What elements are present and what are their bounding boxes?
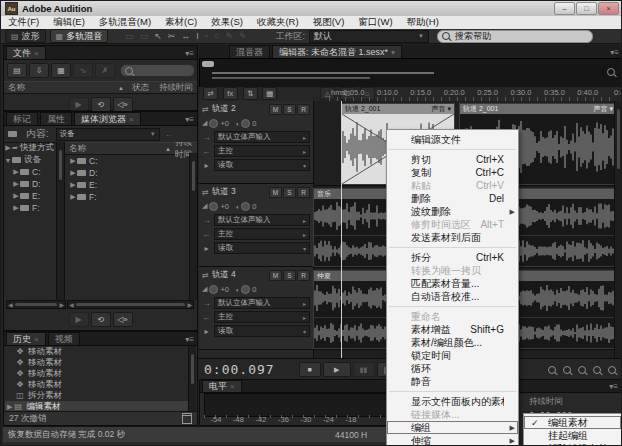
drive-filter-icon[interactable] — [8, 131, 17, 137]
history-item[interactable]: ✥移动素材 — [5, 379, 189, 390]
new-content-button[interactable]: ▦ — [51, 63, 71, 78]
close-tab-icon[interactable]: × — [129, 115, 134, 124]
list-drive-F[interactable]: ▶F: — [65, 191, 197, 203]
history-item[interactable]: ✥移动素材 — [5, 368, 189, 379]
menu-item-19[interactable]: 循环 — [387, 362, 518, 375]
files-search-input[interactable] — [120, 64, 195, 77]
maximize-button[interactable]: □ — [576, 2, 597, 15]
back-icon[interactable]: ← — [165, 130, 173, 139]
menu-item-4[interactable]: 效果(S) — [204, 16, 250, 29]
zoom-to-selection-icon[interactable] — [563, 366, 571, 374]
history-scrollbar[interactable] — [188, 346, 196, 411]
record-arm-button[interactable]: R — [297, 104, 310, 115]
tree-drive-E[interactable]: ▶E: — [4, 190, 64, 202]
waveform-view-button[interactable]: ▤ 波形 — [5, 29, 46, 43]
play-button[interactable]: ▶ — [323, 362, 351, 377]
panel-menu-icon[interactable]: ▾≡ — [609, 382, 618, 391]
zoom-out-horizontal-icon[interactable] — [593, 366, 601, 374]
lasso-tool-icon[interactable]: ○ — [214, 31, 219, 41]
menu-item-3[interactable]: 复制Ctrl+C — [387, 166, 518, 179]
automation-icon[interactable]: ⇅ — [243, 87, 258, 100]
menu-item-20[interactable]: 静音 — [387, 375, 518, 388]
history-item[interactable]: ◫拆分素材 — [5, 390, 189, 401]
playhead[interactable] — [341, 101, 342, 358]
tab-properties[interactable]: 属性 — [40, 112, 72, 125]
automation-select[interactable]: 读取▾ — [214, 242, 310, 254]
pan-knob[interactable] — [241, 202, 250, 211]
solo-button[interactable]: S — [283, 187, 296, 198]
history-item[interactable]: ✥移动素材 — [5, 357, 189, 368]
slip-tool-icon[interactable]: ↔ — [181, 31, 190, 41]
import-file-button[interactable]: ⇩ — [29, 63, 49, 78]
preview-play-button[interactable]: ▶ — [69, 312, 89, 327]
razor-tool-icon[interactable]: ✂ — [168, 31, 176, 41]
sort-asc-icon[interactable]: ▲ — [118, 85, 124, 91]
paintbrush-tool-icon[interactable]: ✎ — [225, 31, 233, 41]
auto-play-speaker-button[interactable]: ◁» — [113, 312, 133, 327]
clip-header[interactable]: 轨道 2_001 声音 ▾ — [342, 104, 454, 114]
menu-item-6[interactable]: 波纹删除▶ — [387, 205, 518, 218]
tool-placeholder2-icon[interactable]: ▭ — [140, 31, 149, 41]
navigator-handle[interactable] — [202, 61, 214, 67]
output-select[interactable]: 主控▸ — [214, 311, 310, 323]
menu-item-0[interactable]: 编辑源文件 — [387, 133, 518, 146]
multitrack-view-button[interactable]: ▦ 多轨混音 — [50, 29, 109, 43]
media-list-scrollbar[interactable] — [189, 153, 197, 300]
mute-button[interactable]: M — [269, 270, 282, 281]
clip-header[interactable]: 轨道 2_001 声音 ▾ — [460, 104, 616, 114]
panel-menu-icon[interactable]: ▾≡ — [185, 49, 194, 58]
menu-item-17[interactable]: 素材/编组颜色... — [387, 336, 518, 349]
zoom-navigator[interactable] — [199, 58, 622, 88]
menu-item-0[interactable]: 文件(F) — [1, 16, 46, 29]
close-tab-icon[interactable]: × — [34, 335, 39, 344]
content-select[interactable]: 设备▼ — [56, 128, 160, 141]
pan-knob[interactable] — [241, 285, 250, 294]
volume-knob[interactable] — [209, 285, 218, 294]
automation-select[interactable]: 读取▾ — [214, 159, 310, 171]
zoom-out-full-icon[interactable] — [548, 366, 556, 374]
close-tab-icon[interactable]: × — [34, 49, 39, 58]
menu-item-10[interactable]: 拆分Ctrl+K — [387, 251, 518, 264]
automation-select[interactable]: 读取▾ — [214, 325, 310, 337]
record-arm-button[interactable]: R — [297, 187, 310, 198]
mixer-view-icon[interactable]: ▦ — [262, 87, 277, 100]
tree-drive-D[interactable]: ▶D: — [4, 178, 64, 190]
menu-item-5[interactable]: 删除Del — [387, 192, 518, 205]
record-arm-button[interactable]: R — [297, 270, 310, 281]
tree-drive-F[interactable]: ▶F: — [4, 202, 64, 214]
tab-files[interactable]: 文件× — [6, 46, 46, 59]
solo-button[interactable]: S — [283, 270, 296, 281]
vertical-zoom-icon[interactable] — [607, 68, 615, 76]
tab-markers[interactable]: 标记 — [6, 112, 38, 125]
menu-item-5[interactable]: 收藏夹(R) — [250, 16, 306, 29]
loop-playback-button[interactable]: ⟲ — [91, 97, 111, 112]
mute-button[interactable]: M — [269, 187, 282, 198]
menu-item-2[interactable]: 多轨混音(M) — [92, 16, 158, 29]
open-file-button[interactable]: ▤ — [7, 63, 27, 78]
move-tool-icon[interactable]: ↖ — [154, 31, 162, 41]
marquee-tool-icon[interactable]: ▫ — [205, 31, 208, 41]
crossfade-icon[interactable]: ⇄ — [203, 87, 218, 100]
list-drive-D[interactable]: ▶D: — [65, 167, 197, 179]
history-item[interactable]: ▶▤编辑素材 — [5, 401, 189, 411]
solo-button[interactable]: S — [283, 104, 296, 115]
files-col-status[interactable]: 状态 — [132, 82, 149, 94]
menu-item-0[interactable]: ✓编组素材 — [524, 416, 621, 429]
zoom-in-horizontal-icon[interactable] — [578, 366, 586, 374]
menu-item-18[interactable]: 锁定时间 — [387, 349, 518, 362]
menu-item-24[interactable]: 编组▶ — [387, 421, 518, 434]
history-item[interactable]: ✥移动素材 — [5, 346, 189, 357]
menu-item-3[interactable]: 素材(C) — [158, 16, 204, 29]
clip-mode-dropdown[interactable]: 声音 ▾ — [432, 104, 451, 114]
close-tab-icon[interactable]: × — [230, 382, 235, 391]
menu-item-1[interactable]: 挂起编组 — [524, 429, 621, 442]
time-selection-tool-icon[interactable]: I — [196, 31, 199, 41]
time-display[interactable]: 0:00.097 — [204, 362, 275, 377]
workspace-select[interactable]: 默认 ▼ — [309, 30, 429, 43]
volume-knob[interactable] — [209, 202, 218, 211]
list-drive-E[interactable]: ▶E: — [65, 179, 197, 191]
panel-menu-icon[interactable]: ▾≡ — [185, 335, 194, 344]
chevron-down-icon[interactable]: ▾ — [391, 48, 395, 57]
menu-item-12[interactable]: 匹配素材音量... — [387, 277, 518, 290]
mute-button[interactable]: M — [269, 104, 282, 115]
